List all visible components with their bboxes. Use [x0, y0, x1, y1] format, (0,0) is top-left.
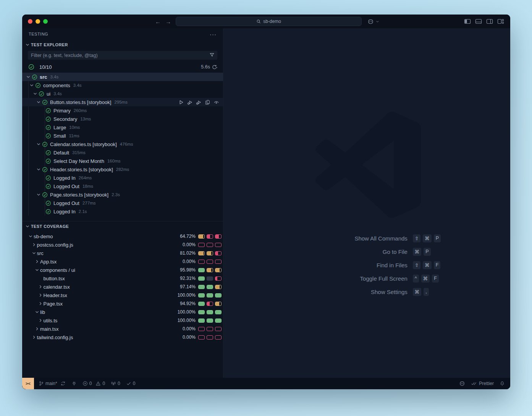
test-pass-icon	[35, 83, 41, 88]
chevron-down-icon	[27, 234, 34, 239]
chevron-right-icon	[34, 326, 40, 332]
coverage-tree-item[interactable]: sb-demo64.72%	[22, 232, 223, 240]
coverage-percent: 92.31%	[180, 276, 196, 281]
test-tree-item[interactable]: Calendar.stories.ts [storybook]476ms	[22, 140, 223, 148]
test-tree-item[interactable]: Page.stories.ts [storybook]2.3s	[22, 190, 223, 199]
test-tree-item[interactable]: components3.4s	[22, 81, 223, 89]
run-test-icon[interactable]	[178, 99, 184, 105]
run-with-coverage-icon[interactable]	[196, 99, 202, 105]
title-bar: ← → sb-demo	[22, 15, 510, 28]
coverage-tree-item[interactable]: tailwind.config.js0.00%	[22, 333, 223, 341]
sidebar-title: TESTING	[29, 32, 48, 36]
copilot-menu[interactable]	[367, 18, 380, 25]
test-tree-item[interactable]: src3.4s	[22, 73, 223, 81]
rerun-icon[interactable]	[212, 64, 217, 70]
coverage-bars	[198, 335, 222, 340]
test-explorer-header[interactable]: TEST EXPLORER	[22, 40, 223, 50]
toggle-secondary-sidebar-icon[interactable]	[486, 18, 493, 24]
coverage-percent: 0.00%	[183, 326, 196, 332]
test-tree-item[interactable]: Logged In264ms	[22, 174, 223, 182]
more-actions-icon[interactable]: ···	[210, 31, 217, 37]
coverage-tree-item[interactable]: utils.ts100.00%	[22, 316, 223, 325]
chevron-right-icon	[31, 335, 37, 340]
remote-indicator[interactable]: ><	[22, 378, 34, 389]
test-tree-item[interactable]: Small11ms	[22, 132, 223, 140]
test-tree-item[interactable]: ui3.4s	[22, 89, 223, 98]
chevron-down-icon	[25, 74, 31, 80]
back-icon[interactable]: ←	[155, 18, 161, 25]
coverage-bars	[198, 285, 222, 289]
test-tree-item[interactable]: Large10ms	[22, 123, 223, 132]
coverage-tree-item[interactable]: calendar.tsx97.14%	[22, 283, 223, 291]
ports-status[interactable]	[71, 381, 77, 386]
git-branch-icon	[39, 381, 44, 386]
coverage-bars	[198, 234, 222, 239]
test-tree-item[interactable]: Default315ms	[22, 148, 223, 157]
minimize-window-button[interactable]	[36, 19, 40, 24]
formatter-status[interactable]: Prettier	[471, 381, 494, 386]
search-icon	[256, 19, 261, 24]
zoom-window-button[interactable]	[43, 19, 48, 24]
test-coverage-header[interactable]: TEST COVERAGE	[22, 221, 223, 231]
coverage-percent: 0.00%	[183, 335, 196, 340]
customize-layout-icon[interactable]	[497, 18, 504, 24]
coverage-tree-item[interactable]: src81.02%	[22, 249, 223, 257]
test-pass-icon	[45, 108, 51, 114]
coverage-percent: 95.98%	[180, 267, 196, 273]
keycap: ⌘	[423, 234, 432, 242]
shortcut-hint-row: Go to File⌘P	[293, 247, 441, 256]
double-check-icon	[471, 381, 477, 386]
test-tree-item[interactable]: Button.stories.ts [storybook]295ms	[22, 98, 223, 106]
debug-test-icon[interactable]	[187, 99, 193, 105]
coverage-bars	[198, 310, 222, 314]
test-coverage-tree: sb-demo64.72%postcss.config.js0.00%src81…	[22, 232, 223, 341]
coverage-tree-item[interactable]: Header.tsx100.00%	[22, 291, 223, 299]
chevron-right-icon	[31, 242, 37, 247]
editor-watermark: Show All Commands⇧⌘PGo to File⌘PFind in …	[223, 111, 510, 301]
notifications-bell-icon[interactable]	[500, 381, 505, 386]
coverage-tree-item[interactable]: Page.tsx94.92%	[22, 299, 223, 308]
test-tree-item[interactable]: Logged Out277ms	[22, 199, 223, 207]
coverage-percent: 0.00%	[183, 259, 196, 264]
coverage-tree-item[interactable]: lib100.00%	[22, 308, 223, 316]
chevron-down-icon	[24, 42, 31, 47]
coverage-tree-item[interactable]: components / ui95.98%	[22, 266, 223, 274]
port-forward-status[interactable]: 0	[111, 381, 120, 386]
coverage-percent: 100.00%	[178, 292, 196, 298]
coverage-bars	[198, 318, 222, 323]
test-tree-item[interactable]: Header.stories.ts [storybook]282ms	[22, 165, 223, 174]
coverage-tree-item[interactable]: main.tsx0.00%	[22, 325, 223, 333]
command-center-search[interactable]: sb-demo	[176, 17, 362, 26]
test-tree-item[interactable]: Logged In2.1s	[22, 207, 223, 216]
shortcut-hint-row: Find in Files⇧⌘F	[293, 261, 441, 269]
checks-status[interactable]: 0	[126, 381, 136, 386]
keycap: ,	[424, 288, 429, 296]
chevron-down-icon	[34, 309, 40, 315]
close-window-button[interactable]	[28, 19, 32, 24]
coverage-tree-item[interactable]: postcss.config.js0.00%	[22, 240, 223, 249]
coverage-tree-item[interactable]: App.tsx0.00%	[22, 257, 223, 266]
test-filter-input[interactable]	[28, 51, 217, 60]
test-pass-icon	[45, 116, 51, 122]
coverage-tree-item[interactable]: button.tsx92.31%	[22, 274, 223, 283]
ports-icon	[71, 381, 77, 386]
chevron-down-icon	[375, 20, 380, 24]
chevron-down-icon	[36, 192, 42, 197]
chevron-right-icon	[37, 318, 44, 323]
test-tree-item[interactable]: Secondary13ms	[22, 115, 223, 123]
coverage-bars	[198, 276, 222, 281]
watch-test-icon[interactable]	[213, 99, 219, 105]
keycap: F	[432, 275, 439, 283]
branch-status[interactable]: main*	[39, 381, 66, 386]
copilot-status-icon[interactable]	[459, 380, 465, 387]
toggle-panel-icon[interactable]	[475, 18, 482, 24]
problems-status[interactable]: 0 0	[82, 381, 105, 386]
test-tree-item[interactable]: Logged Out18ms	[22, 182, 223, 190]
toggle-primary-sidebar-icon[interactable]	[464, 18, 471, 24]
test-tree-item[interactable]: Select Day Next Month160ms	[22, 157, 223, 165]
history-nav: ← →	[155, 18, 171, 25]
test-tree-item[interactable]: Primary260ms	[22, 106, 223, 115]
go-to-test-icon[interactable]	[205, 99, 210, 105]
filter-icon[interactable]	[209, 52, 215, 58]
forward-icon[interactable]: →	[165, 18, 171, 25]
